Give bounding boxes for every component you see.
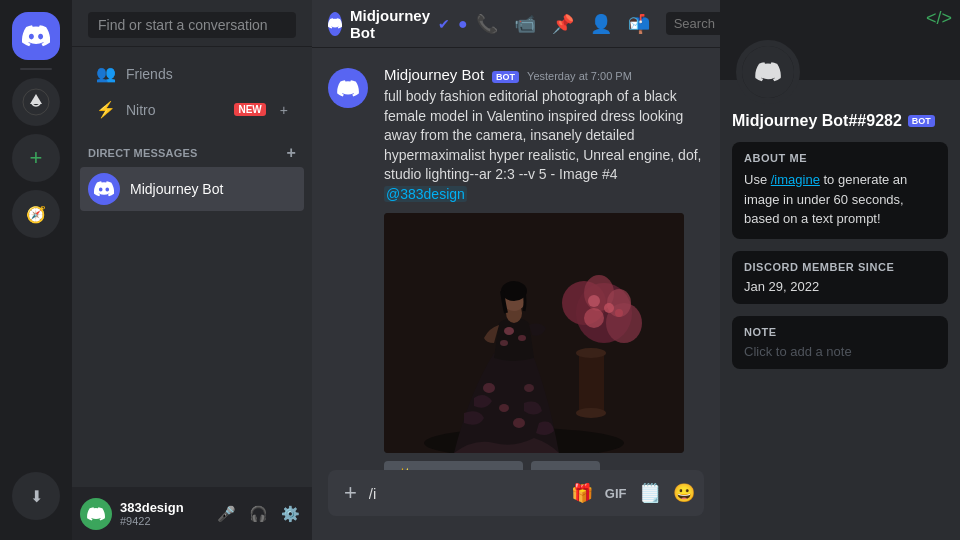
profile-name-row: Midjourney Bot##9282 BOT <box>732 112 948 130</box>
svg-point-21 <box>500 340 508 346</box>
self-user-info: 383design #9422 <box>120 500 204 527</box>
make-variations-button[interactable]: ✨ Make Variations <box>384 461 523 470</box>
svg-point-5 <box>576 408 606 418</box>
verified-icon: ✔ <box>438 16 450 32</box>
mention-tag[interactable]: @383design <box>384 186 467 202</box>
profile-avatar-inner <box>742 46 794 98</box>
svg-point-14 <box>588 295 600 307</box>
note-section: NOTE Click to add a note <box>732 316 948 369</box>
input-box: + 🎁 GIF 🗒️ 😀 <box>328 470 704 516</box>
message-author-name: Midjourney Bot <box>384 66 484 83</box>
explore-servers-button[interactable]: 🧭 <box>12 190 60 238</box>
note-title: NOTE <box>744 326 936 338</box>
guild-sidebar: + 🧭 ⬇ <box>0 0 72 540</box>
friends-icon: 👥 <box>96 64 116 83</box>
web-button[interactable]: Web ↗ <box>531 461 600 470</box>
download-apps-button[interactable]: ⬇ <box>12 472 60 520</box>
sticker-button[interactable]: 🗒️ <box>639 482 661 504</box>
input-area: + 🎁 GIF 🗒️ 😀 <box>312 470 720 540</box>
guild-divider <box>20 68 52 70</box>
image-label: - Image #4 <box>551 166 618 182</box>
message-timestamp: Yesterday at 7:00 PM <box>527 70 632 82</box>
midjourney-bot-avatar <box>88 173 120 205</box>
bot-icon-in-header <box>328 12 342 36</box>
chat-header-name: Midjourney Bot <box>350 7 430 41</box>
svg-point-11 <box>584 308 604 328</box>
add-member-button[interactable]: 👤 <box>590 13 612 35</box>
self-user-tag: #9422 <box>120 515 204 527</box>
inbox-button[interactable]: 📬 <box>628 13 650 35</box>
search-bar: Find or start a conversation <box>72 0 312 47</box>
chat-header: Midjourney Bot ✔ ● 📞 📹 📌 👤 📬 ? <box>312 0 720 48</box>
message-buttons: ✨ Make Variations Web ↗ <box>384 461 704 470</box>
gift-button[interactable]: 🎁 <box>571 482 593 504</box>
profile-body: Midjourney Bot##9282 BOT ABOUT ME Use /i… <box>720 80 960 381</box>
boat-server-icon[interactable] <box>12 78 60 126</box>
profile-avatar-area <box>736 40 800 104</box>
member-since-date: Jan 29, 2022 <box>744 279 936 294</box>
profile-header: </> <box>720 0 960 80</box>
header-separator-dot: ● <box>458 15 468 33</box>
nitro-add-icon[interactable]: + <box>280 102 288 118</box>
message-input[interactable] <box>369 474 559 513</box>
profile-name-text: Midjourney Bot <box>732 112 848 129</box>
add-server-button[interactable]: + <box>12 134 60 182</box>
user-settings-button[interactable]: ⚙️ <box>276 500 304 528</box>
message-header-row: Midjourney Bot BOT Yesterday at 7:00 PM <box>384 66 704 83</box>
self-avatar <box>80 498 112 530</box>
message-author-avatar <box>328 68 368 108</box>
discord-home-button[interactable] <box>12 12 60 60</box>
pin-button[interactable]: 📌 <box>552 13 574 35</box>
deafen-button[interactable]: 🎧 <box>244 500 272 528</box>
profile-avatar-large <box>736 40 800 104</box>
svg-point-18 <box>513 418 525 428</box>
svg-point-16 <box>499 404 509 412</box>
about-me-text: Use /imagine to generate an image in und… <box>744 170 936 229</box>
message-body: Midjourney Bot BOT Yesterday at 7:00 PM … <box>384 66 704 470</box>
channel-list: 👥 Friends ⚡ Nitro NEW + DIRECT MESSAGES … <box>72 47 312 487</box>
right-panel: </> Midjourney Bot##9282 BOT ABOUT ME Us… <box>720 0 960 540</box>
svg-point-20 <box>518 335 526 341</box>
svg-point-13 <box>615 309 623 317</box>
message-group: Midjourney Bot BOT Yesterday at 7:00 PM … <box>312 64 720 470</box>
user-panel: 383design #9422 🎤 🎧 ⚙️ <box>72 487 312 540</box>
emoji-button[interactable]: 😀 <box>673 482 695 504</box>
svg-point-15 <box>483 383 495 393</box>
input-add-button[interactable]: + <box>344 470 357 516</box>
about-me-title: ABOUT ME <box>744 152 936 164</box>
nitro-icon: ⚡ <box>96 100 116 119</box>
mute-button[interactable]: 🎤 <box>212 500 240 528</box>
messages-area: Midjourney Bot BOT Yesterday at 7:00 PM … <box>312 48 720 470</box>
fashion-image-content <box>384 213 684 453</box>
svg-rect-3 <box>579 353 604 413</box>
bot-tag: BOT <box>492 71 519 83</box>
new-dm-button[interactable]: + <box>286 144 296 162</box>
svg-point-19 <box>504 327 514 335</box>
gif-button[interactable]: GIF <box>605 486 627 501</box>
imagine-link[interactable]: /imagine <box>771 172 820 187</box>
member-since-title: DISCORD MEMBER SINCE <box>744 261 936 273</box>
main-content: Midjourney Bot ✔ ● 📞 📹 📌 👤 📬 ? Midjourne… <box>312 0 720 540</box>
midjourney-bot-name: Midjourney Bot <box>130 181 223 197</box>
message-text: full body fashion editorial photograph o… <box>384 87 704 205</box>
call-button[interactable]: 📞 <box>476 13 498 35</box>
dm-section-header: DIRECT MESSAGES + <box>72 128 312 166</box>
member-since-section: DISCORD MEMBER SINCE Jan 29, 2022 <box>732 251 948 304</box>
code-icon: </> <box>926 8 952 29</box>
search-input[interactable]: Find or start a conversation <box>88 12 296 38</box>
video-button[interactable]: 📹 <box>514 13 536 35</box>
note-input[interactable]: Click to add a note <box>744 344 936 359</box>
message-image <box>384 213 684 453</box>
self-username: 383design <box>120 500 204 515</box>
profile-bot-tag: BOT <box>908 115 935 127</box>
profile-discriminator: #9282 <box>857 112 902 129</box>
about-me-section: ABOUT ME Use /imagine to generate an ima… <box>732 142 948 239</box>
search-placeholder: Find or start a conversation <box>98 17 268 33</box>
nitro-item[interactable]: ⚡ Nitro NEW + <box>80 92 304 127</box>
input-actions: 🎁 GIF 🗒️ 😀 <box>571 482 695 504</box>
svg-point-12 <box>604 303 614 313</box>
friends-item[interactable]: 👥 Friends <box>80 56 304 91</box>
message-text-content: full body fashion editorial photograph o… <box>384 88 701 182</box>
new-badge: NEW <box>234 103 265 116</box>
dm-midjourney-bot[interactable]: Midjourney Bot <box>80 167 304 211</box>
